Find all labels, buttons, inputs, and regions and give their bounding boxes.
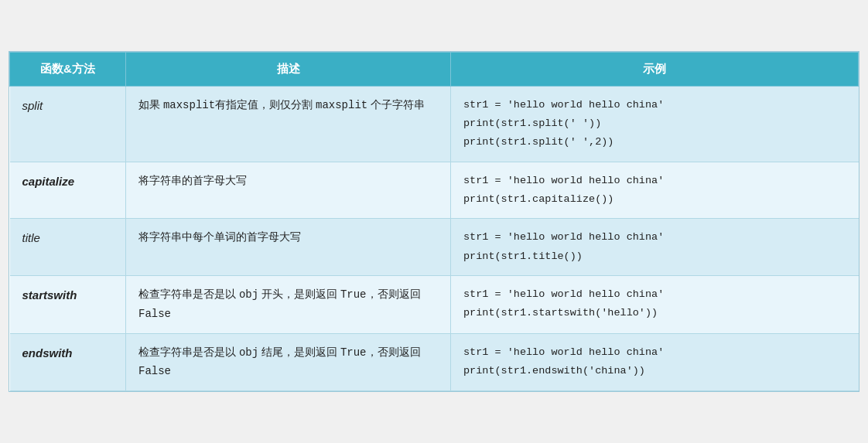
- cell-desc: 将字符串的首字母大写: [126, 162, 451, 219]
- cell-func: startswith: [10, 275, 126, 333]
- table-row: title将字符串中每个单词的首字母大写str1 = 'hello world …: [10, 219, 859, 276]
- cell-example: str1 = 'hello world hello china'print(st…: [451, 162, 859, 219]
- cell-func: capitalize: [10, 162, 126, 219]
- cell-func: title: [10, 219, 126, 276]
- cell-example: str1 = 'hello world hello china'print(st…: [451, 86, 859, 162]
- header-example: 示例: [451, 52, 859, 86]
- cell-desc: 如果 maxsplit有指定值，则仅分割 maxsplit 个子字符串: [126, 86, 451, 162]
- cell-desc: 检查字符串是否是以 obj 结尾，是则返回 True，否则返回 False: [126, 333, 451, 391]
- cell-example: str1 = 'hello world hello china'print(st…: [451, 333, 859, 391]
- main-table-container: 函数&方法 描述 示例 split如果 maxsplit有指定值，则仅分割 ma…: [9, 51, 859, 392]
- table-row: split如果 maxsplit有指定值，则仅分割 maxsplit 个子字符串…: [10, 86, 859, 162]
- cell-example: str1 = 'hello world hello china'print(st…: [451, 275, 859, 333]
- table-row: endswith检查字符串是否是以 obj 结尾，是则返回 True，否则返回 …: [10, 333, 859, 391]
- cell-example: str1 = 'hello world hello china'print(st…: [451, 219, 859, 276]
- table-header-row: 函数&方法 描述 示例: [10, 52, 859, 86]
- cell-desc: 将字符串中每个单词的首字母大写: [126, 219, 451, 276]
- table-row: startswith检查字符串是否是以 obj 开头，是则返回 True，否则返…: [10, 275, 859, 333]
- cell-desc: 检查字符串是否是以 obj 开头，是则返回 True，否则返回 False: [126, 275, 451, 333]
- header-func: 函数&方法: [10, 52, 126, 86]
- cell-func: split: [10, 86, 126, 162]
- functions-table: 函数&方法 描述 示例 split如果 maxsplit有指定值，则仅分割 ma…: [9, 52, 859, 391]
- header-desc: 描述: [126, 52, 451, 86]
- cell-func: endswith: [10, 333, 126, 391]
- table-row: capitalize将字符串的首字母大写str1 = 'hello world …: [10, 162, 859, 219]
